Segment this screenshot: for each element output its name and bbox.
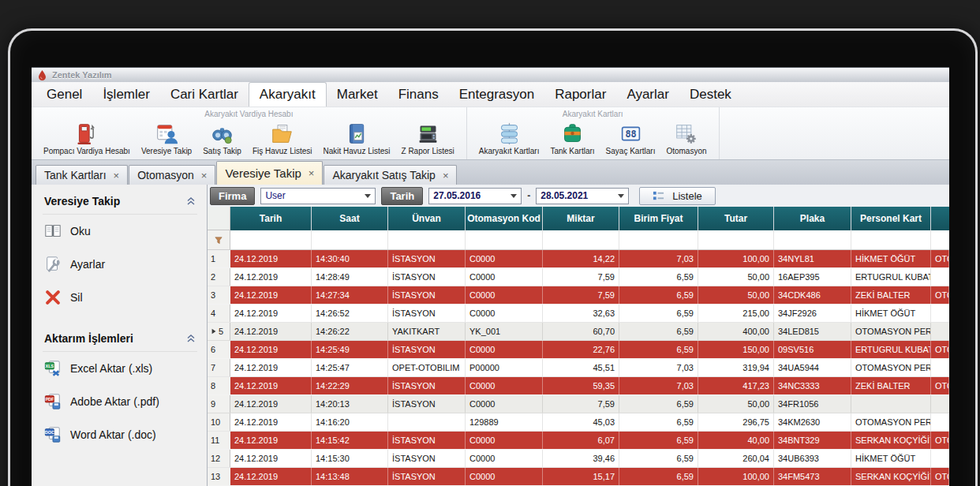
table-row[interactable]: 824.12.201914:22:29İSTASYONC000059,357,0… (208, 377, 949, 395)
tab-veresiye-takip[interactable]: Veresiye Takip× (216, 161, 323, 185)
table-cell: 15,17 (543, 468, 619, 485)
menu-item-akaryakit[interactable]: Akaryakıt (249, 82, 327, 107)
book-chart-icon (346, 122, 368, 145)
row-number: 12 (211, 454, 220, 463)
table-cell: İSTASYON (388, 250, 466, 267)
row-number: 13 (211, 472, 220, 481)
table-row[interactable]: 624.12.201914:25:49İSTASYONC000022,766,5… (208, 341, 949, 359)
table-cell: 24.12.2019 (230, 450, 312, 467)
listele-button[interactable]: Listele (639, 187, 716, 205)
row-number: 9 (211, 399, 215, 409)
table-cell: 6,59 (619, 305, 698, 322)
table-cell: OTOMASYON PER… (851, 413, 931, 431)
table-cell: 100,00 (698, 468, 774, 485)
sidebar-item-word-aktar-doc[interactable]: DOCWord Aktar (.doc) (43, 418, 197, 451)
column-header-miktar[interactable]: Miktar (543, 207, 619, 230)
column-header-unvan[interactable]: Ünvan (388, 207, 466, 230)
ribbon-button-otomasyon[interactable]: Otomasyon (660, 121, 712, 157)
tab-close-icon[interactable]: × (201, 170, 208, 181)
ribbon-button-akaryakit-kartlari[interactable]: Akaryakıt Kartları (473, 121, 545, 157)
table-cell: OTOMASYON PER… (851, 323, 931, 340)
column-header-extra[interactable] (931, 207, 949, 230)
column-header-plaka[interactable]: Plaka (774, 207, 851, 230)
ribbon-button-satis-takip[interactable]: Satış Takip (197, 121, 247, 157)
table-cell: 34KM2630 (774, 413, 851, 431)
tab-close-icon[interactable]: × (309, 167, 315, 179)
menu-item-market[interactable]: Market (327, 82, 388, 107)
ribbon-button-veresiye-takip[interactable]: Veresiye Takip (136, 121, 197, 157)
table-cell: 14:22:29 (312, 377, 388, 394)
ribbon-button-pompaci-vardiya-hesabi[interactable]: Pompacı Vardiya Hesabı (38, 121, 136, 157)
table-cell: 215,00 (698, 305, 774, 322)
filter-cell[interactable] (466, 230, 543, 249)
menu-item-ayarlar[interactable]: Ayarlar (616, 82, 679, 107)
menu-item-destek[interactable]: Destek (679, 82, 742, 107)
date-to-value: 28.05.2021 (540, 190, 588, 201)
table-row[interactable]: 124.12.201914:30:40İSTASYONC000014,227,0… (208, 250, 949, 268)
tab-label: Otomasyon (137, 169, 194, 181)
sidebar-item-adobe-aktar-pdf[interactable]: PDFAdobe Aktar (.pdf) (43, 385, 197, 418)
ribbon-group-akaryakit-vardiya-hesabi: Akaryakıt Vardiya HesabıPompacı Vardiya … (32, 107, 467, 159)
table-cell: 14:15:30 (312, 450, 388, 467)
menu-item-cari-kartlar[interactable]: Cari Kartlar (160, 82, 249, 107)
ribbon-button-z-rapor-listesi[interactable]: Z Rapor Listesi (396, 121, 460, 157)
table-row[interactable]: 924.12.201914:20:13İSTASYONC00007,596,59… (208, 395, 949, 413)
sidebar-item-ayarlar[interactable]: Ayarlar (43, 248, 197, 281)
ribbon-button-label: Akaryakıt Kartları (479, 147, 540, 155)
row-number: 3 (211, 290, 215, 300)
table-row[interactable]: 524.12.201914:26:22YAKITKARTYK_00160,706… (208, 323, 949, 341)
svg-text:PDF: PDF (45, 397, 54, 402)
sidebar-section-header-veresiye-takip[interactable]: Veresiye Takip (43, 189, 197, 215)
ribbon-button-sayac-kartlari[interactable]: 88Sayaç Kartları (600, 121, 661, 157)
ribbon-button-tank-kartlari[interactable]: Tank Kartları (544, 121, 600, 157)
sidebar-item-sil[interactable]: Sil (43, 281, 197, 314)
menu-item-finans[interactable]: Finans (388, 82, 449, 107)
filter-cell[interactable] (931, 230, 949, 249)
table-cell: 14:20:13 (312, 395, 388, 413)
menu-item-islemler[interactable]: İşlemler (92, 82, 160, 107)
menu-item-entegrasyon[interactable]: Entegrasyon (449, 82, 544, 107)
date-from-select[interactable]: 27.05.2016 (428, 188, 522, 204)
tab-tank-kartlari[interactable]: Tank Kartları× (36, 165, 128, 185)
tab-close-icon[interactable]: × (114, 170, 120, 181)
filter-cell[interactable] (698, 230, 774, 249)
column-header-personel-kart[interactable]: Personel Kart (851, 207, 931, 230)
row-number: 7 (211, 363, 215, 372)
table-row[interactable]: 224.12.201914:28:49İSTASYONC00007,596,59… (208, 268, 949, 286)
row-indicator: 8 (208, 377, 230, 394)
ribbon-button-nakit-havuz-listesi[interactable]: Nakit Havuz Listesi (317, 121, 395, 157)
column-header-saat[interactable]: Saat (312, 207, 388, 230)
filter-cell[interactable] (774, 230, 851, 249)
filter-cell[interactable] (388, 230, 466, 249)
filter-cell[interactable] (312, 230, 388, 249)
table-filter-row[interactable] (208, 230, 949, 250)
table-row[interactable]: 1324.12.201914:13:48İSTASYONC000015,176,… (208, 468, 949, 486)
table-row[interactable]: 324.12.201914:27:34İSTASYONC00007,596,59… (208, 286, 949, 305)
column-header-tutar[interactable]: Tutar (698, 207, 774, 230)
filter-cell[interactable] (230, 230, 312, 249)
table-row[interactable]: 1224.12.201914:15:30İSTASYONC000039,466,… (208, 450, 949, 468)
tab-akaryakit-satis-takip[interactable]: Akaryakıt Satış Takip× (324, 165, 457, 185)
tab-close-icon[interactable]: × (443, 170, 449, 181)
tab-label: Veresiye Takip (225, 166, 301, 180)
date-to-select[interactable]: 28.05.2021 (536, 188, 629, 204)
sidebar-item-oku[interactable]: Oku (43, 215, 197, 248)
ribbon-button-fis-havuz-listesi[interactable]: Fiş Havuz Listesi (247, 121, 318, 157)
filter-cell[interactable] (543, 230, 619, 249)
table-row[interactable]: 1024.12.201914:16:2012988945,036,59296,7… (208, 413, 949, 432)
filter-cell[interactable] (619, 230, 698, 249)
firma-select[interactable]: User (260, 188, 376, 204)
window-titlebar: Zentek Yazılım (32, 67, 949, 82)
menu-item-raporlar[interactable]: Raporlar (544, 82, 616, 107)
column-header-otomasyon-kod[interactable]: Otomasyon Kod (466, 207, 543, 230)
column-header-birim-fiyat[interactable]: Birim Fiyat (619, 207, 698, 230)
filter-cell[interactable] (851, 230, 931, 249)
tab-otomasyon[interactable]: Otomasyon× (129, 165, 215, 185)
table-row[interactable]: 424.12.201914:26:52İSTASYONC000032,636,5… (208, 305, 949, 323)
table-row[interactable]: 724.12.201914:25:47OPET-OTOBILIMP0000045… (208, 359, 949, 377)
menu-item-genel[interactable]: Genel (36, 82, 92, 107)
column-header-tarih[interactable]: Tarih (230, 207, 312, 230)
sidebar-item-excel-aktar-xls[interactable]: XLSExcel Aktar (.xls) (43, 352, 197, 385)
sidebar-section-header-aktarim-islemleri[interactable]: Aktarım İşlemleri (43, 327, 197, 352)
table-row[interactable]: 1124.12.201914:15:42İSTASYONC00006,076,5… (208, 432, 949, 450)
